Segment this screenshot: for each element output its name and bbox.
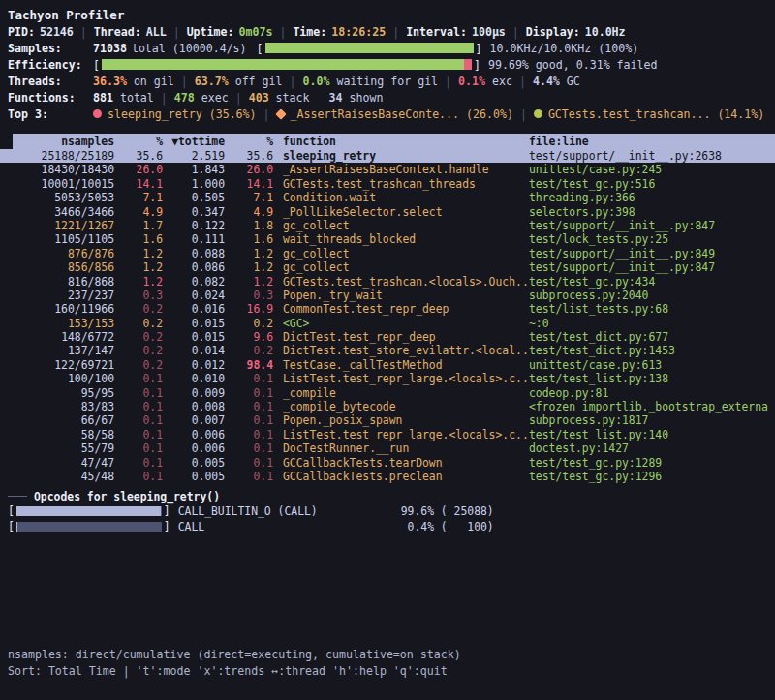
- medal-icon: [534, 109, 542, 118]
- top3-function-name[interactable]: GCTests.test_trashcan... (14.1%): [548, 107, 764, 121]
- table-row[interactable]: 58/58 0.1 0.006 0.1 ListTest.test_repr_l…: [0, 428, 775, 441]
- pid-label: PID:: [8, 25, 35, 39]
- col-header-nsamples[interactable]: nsamples: [8, 134, 114, 149]
- top3-label: Top 3:: [8, 107, 93, 121]
- percent-direct-cell: 0.2: [114, 344, 163, 357]
- tottime-cell: 0.012: [163, 358, 225, 372]
- stat-label: stack: [269, 91, 310, 105]
- percent-direct-cell: 0.2: [114, 330, 163, 344]
- opcode-percent: 99.6% ( 25088): [401, 504, 494, 518]
- function-cell: GCTests.test_trashcan_threads: [283, 177, 529, 191]
- file-line-cell: unittest/case.py:613: [529, 358, 775, 372]
- table-row[interactable]: 876/876 1.2 0.088 1.2 gc_collect test/su…: [0, 247, 775, 260]
- table-row[interactable]: 148/6772 0.2 0.015 9.6 DictTest.test_rep…: [0, 330, 775, 344]
- table-row[interactable]: 1221/1267 1.7 0.122 1.8 gc_collect test/…: [0, 219, 775, 232]
- nsamples-cell: 876/876: [8, 247, 114, 260]
- tottime-cell: 0.015: [163, 330, 225, 344]
- percent-direct-cell: 1.7: [114, 219, 163, 232]
- opcodes-title-row: Opcodes for sleeping_retry(): [8, 489, 775, 503]
- percent-direct-cell: 0.1: [114, 470, 163, 483]
- table-row[interactable]: 237/237 0.3 0.024 0.3 Popen._try_wait su…: [0, 289, 775, 302]
- tottime-cell: 0.014: [163, 344, 225, 357]
- function-cell: DocTestRunner.__run: [283, 441, 529, 455]
- percent-direct-cell: 35.6: [114, 149, 163, 163]
- table-row[interactable]: 1105/1105 1.6 0.111 1.6 wait_threads_blo…: [0, 232, 775, 246]
- function-cell: sleeping_retry: [283, 149, 529, 163]
- percent-direct-cell: 0.2: [114, 302, 163, 316]
- col-header-function[interactable]: function: [283, 134, 529, 149]
- col-header-percent-cumulative[interactable]: %: [225, 134, 273, 149]
- table-row[interactable]: 55/79 0.1 0.006 0.1 DocTestRunner.__run …: [0, 441, 775, 455]
- table-row[interactable]: 95/95 0.1 0.009 0.1 _compile codeop.py:8…: [0, 386, 775, 400]
- tottime-cell: 0.010: [163, 372, 225, 385]
- nsamples-cell: 10001/10015: [8, 177, 114, 191]
- file-line-cell: doctest.py:1427: [529, 441, 775, 455]
- summary-panel: Tachyon Profiler PID: 52146 Thread: ALL …: [0, 0, 775, 122]
- file-line-cell: test/test_dict.py:1453: [529, 344, 775, 357]
- footer-help-nsamples: nsamples: direct/cumulative (direct=exec…: [8, 647, 461, 663]
- table-row[interactable]: 816/868 1.2 0.082 1.2 GCTests.test_trash…: [0, 275, 775, 289]
- table-row[interactable]: 137/147 0.2 0.014 0.2 DictTest.test_stor…: [0, 344, 775, 357]
- table-row[interactable]: 10001/10015 14.1 1.000 14.1 GCTests.test…: [0, 177, 775, 191]
- tottime-cell: 0.007: [163, 413, 225, 427]
- display-label: Display:: [526, 25, 580, 39]
- top3-function-name[interactable]: _AssertRaisesBaseConte... (26.0%): [291, 107, 513, 121]
- percent-direct-cell: 0.1: [114, 386, 163, 400]
- function-cell: gc_collect: [283, 219, 529, 232]
- table-row[interactable]: 3466/3466 4.9 0.347 4.9 _PollLikeSelecto…: [0, 205, 775, 219]
- samples-rate-bar: [265, 43, 474, 53]
- percent-cumulative-cell: 0.1: [225, 372, 273, 385]
- uptime-value: 0m07s: [239, 25, 273, 39]
- table-row[interactable]: 122/69721 0.2 0.012 98.4 TestCase._callT…: [0, 358, 775, 372]
- nsamples-cell: 160/11966: [8, 302, 114, 316]
- function-cell: _PollLikeSelector.select: [283, 205, 529, 219]
- tottime-cell: 2.519: [163, 149, 225, 163]
- tottime-cell: 1.843: [163, 163, 225, 176]
- bracket-close: [164, 520, 170, 533]
- stat-label: on gil: [127, 75, 174, 88]
- table-row[interactable]: 5053/5053 7.1 0.505 7.1 Condition.wait t…: [0, 191, 775, 204]
- table-body: 25188/25189 35.6 2.519 35.6 sleeping_ret…: [0, 149, 775, 483]
- function-cell: Popen._posix_spawn: [283, 413, 529, 427]
- col-header-tottime[interactable]: ▼tottime: [163, 134, 225, 149]
- table-row[interactable]: 25188/25189 35.6 2.519 35.6 sleeping_ret…: [0, 149, 775, 163]
- table-row[interactable]: 856/856 1.2 0.086 1.2 gc_collect test/su…: [0, 260, 775, 274]
- samples-rate-text: 10.0KHz/10.0KHz (100%): [490, 42, 639, 55]
- table-row[interactable]: 45/48 0.1 0.005 0.1 GCCallbackTests.prec…: [0, 470, 775, 483]
- table-row[interactable]: 66/67 0.1 0.007 0.1 Popen._posix_spawn s…: [0, 413, 775, 427]
- bracket-open: [8, 520, 15, 533]
- percent-cumulative-cell: 1.2: [225, 247, 273, 260]
- function-cell: _AssertRaisesBaseContext.handle: [283, 163, 529, 176]
- col-header-percent-direct[interactable]: %: [114, 134, 163, 149]
- function-cell: _compile_bytecode: [283, 400, 529, 413]
- file-line-cell: unittest/case.py:245: [529, 163, 775, 176]
- opcode-bar-row: CALL_BUILTIN_O (CALL)99.6% ( 25088): [8, 503, 775, 519]
- nsamples-cell: 83/83: [8, 400, 114, 413]
- stat-value: 0.0%: [303, 75, 330, 88]
- table-row[interactable]: 83/83 0.1 0.008 0.1 _compile_bytecode <f…: [0, 400, 775, 413]
- file-line-cell: ~:0: [529, 317, 775, 330]
- nsamples-cell: 137/147: [8, 344, 114, 357]
- percent-cumulative-cell: 0.3: [225, 289, 273, 302]
- table-row[interactable]: 160/11966 0.2 0.016 16.9 CommonTest.test…: [0, 302, 775, 316]
- col-header-file-line[interactable]: file:line: [529, 134, 775, 149]
- samples-desc: total (10000.4/s): [132, 42, 247, 55]
- scroll-notch: [0, 134, 13, 149]
- top3-function-name[interactable]: sleeping_retry (35.6%): [108, 107, 257, 121]
- percent-cumulative-cell: 0.1: [225, 428, 273, 441]
- table-row[interactable]: 18430/18430 26.0 1.843 26.0 _AssertRaise…: [0, 163, 775, 176]
- function-cell: ListTest.test_repr_large.<locals>.c...: [283, 428, 529, 441]
- function-cell: Condition.wait: [283, 191, 529, 204]
- table-header[interactable]: nsamples % ▼tottime % function file:line: [0, 134, 775, 149]
- separator: [520, 107, 527, 121]
- thread-value[interactable]: ALL: [146, 25, 167, 39]
- table-row[interactable]: 153/153 0.2 0.015 0.2 <GC> ~:0: [0, 317, 775, 330]
- percent-cumulative-cell: 1.2: [225, 260, 273, 274]
- table-row[interactable]: 100/100 0.1 0.010 0.1 ListTest.test_repr…: [0, 372, 775, 385]
- opcode-gauge: [16, 506, 162, 516]
- stat-label: exec: [195, 91, 229, 105]
- opcode-name: CALL_BUILTIN_O (CALL): [178, 504, 401, 518]
- stat-label: total: [113, 91, 154, 105]
- file-line-cell: test/support/__init__.py:847: [529, 219, 775, 232]
- table-row[interactable]: 47/47 0.1 0.005 0.1 GCCallbackTests.tear…: [0, 456, 775, 470]
